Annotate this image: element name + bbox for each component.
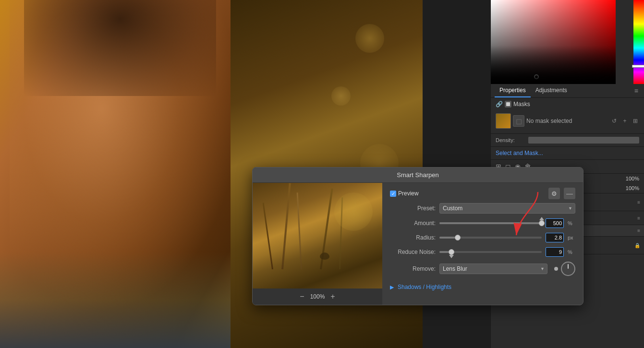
amount-triangle-up [539,217,544,220]
amount-slider-thumb[interactable] [539,220,545,226]
preset-select[interactable]: Default Custom [439,203,575,214]
panel-tabs: Properties Adjustments ≡ [491,84,644,98]
density-row: Density: [491,134,644,147]
preview-checkbox-group: ✓ Preview [390,190,545,197]
remove-row: Remove: Gaussian Blur Lens Blur Motion B… [390,262,575,276]
amount-row: Amount: % [390,218,575,228]
angle-controls [554,262,575,276]
preview-label: Preview [398,190,419,197]
zoom-in-icon[interactable]: + [330,292,335,301]
density-bar[interactable] [528,137,639,144]
color-picker-area[interactable] [491,0,644,84]
reduce-noise-unit: % [568,249,575,255]
tab-adjustments[interactable]: Adjustments [531,84,572,97]
dialog-titlebar: Smart Sharpen [253,168,583,183]
reduce-noise-triangle-down [449,255,454,258]
radius-slider-thumb[interactable] [455,235,461,240]
amount-slider[interactable] [439,222,542,224]
masks-section: 🔗 Masks ◻ No mask selected ↺ + ⊞ [491,98,644,134]
select-mask-button[interactable]: Select and Mask... [496,150,543,156]
reduce-noise-slider-fill [439,251,449,253]
radius-unit: px [568,235,575,240]
no-mask-label: No mask selected [526,118,608,124]
amount-label: Amount: [390,220,436,227]
dialog-preview-panel: − 100% + [253,183,382,305]
color-picker-cursor [534,74,539,79]
svg-rect-0 [506,102,510,106]
panel-expand-icon[interactable]: ≡ [632,84,640,97]
masks-header: 🔗 Masks [496,101,639,108]
radius-label: Radius: [390,234,436,241]
reduce-noise-row: Reduce Noise: % [390,247,575,257]
masks-icon [505,101,511,108]
shadows-highlights-label: Shadows / Highlights [398,284,451,290]
preset-row: Preset: Default Custom [390,203,575,214]
dialog-body: − 100% + ✓ Preview ⚙ — OK Cancel [253,183,583,305]
reduce-noise-input[interactable] [546,247,564,257]
preset-select-wrapper[interactable]: Default Custom [439,203,575,214]
link-icon: 🔗 [496,101,503,108]
mask-action-icons: ↺ + ⊞ [610,117,639,125]
radius-slider[interactable] [439,237,542,239]
mask-refresh-icon[interactable]: ↺ [610,117,618,125]
remove-select-wrapper[interactable]: Gaussian Blur Lens Blur Motion Blur [439,264,547,274]
radius-input[interactable] [546,233,564,242]
select-mask-area: Select and Mask... [491,147,644,160]
reduce-noise-label: Reduce Noise: [390,249,436,255]
masks-icons-row: ◻ No mask selected ↺ + ⊞ [496,111,639,131]
gear-button[interactable]: ⚙ [548,188,560,199]
remove-select[interactable]: Gaussian Blur Lens Blur Motion Blur [439,264,547,274]
mask-add-icon[interactable]: + [621,117,629,125]
shadows-highlights-row[interactable]: ▶ Shadows / Highlights [390,281,575,293]
smart-sharpen-options-icon: ≡ [637,228,640,233]
remove-label: Remove: [390,265,436,272]
density-label: Density: [496,137,524,143]
reduce-noise-slider[interactable] [439,251,542,253]
zoom-out-icon[interactable]: − [300,292,304,301]
radius-row: Radius: px [390,233,575,242]
radius-slider-fill [439,237,455,239]
angle-dot[interactable] [554,267,558,271]
color-gradient-picker[interactable] [491,0,616,84]
background-lock-icon: 🔒 [634,243,640,248]
zoom-value: 100% [310,293,325,300]
shadows-expand-arrow: ▶ [390,284,394,290]
fill-value: 100% [626,185,639,191]
preview-checkbox[interactable]: ✓ [390,191,396,197]
layer1-expand-icon: ≡ [637,200,640,205]
tab-properties[interactable]: Properties [495,84,531,97]
dial-indicator [568,264,569,269]
dialog-title: Smart Sharpen [397,171,438,179]
amount-slider-fill [439,222,542,224]
angle-dial[interactable] [561,262,575,276]
smart-filters-options-icon: ≡ [637,216,640,221]
dialog-controls: ✓ Preview ⚙ — OK Cancel Preset: Default … [382,183,583,305]
mask-icon-placeholder: ◻ [513,115,524,127]
reduce-noise-slider-thumb[interactable] [449,249,454,255]
controls-top-row: ✓ Preview ⚙ — [390,183,575,203]
mask-thumbnail [496,113,511,129]
dash-button[interactable]: — [564,188,575,199]
masks-title: Masks [513,101,530,108]
smart-sharpen-dialog: Smart Sharpen − 100% + [252,167,583,305]
preview-controls: − 100% + [253,288,382,305]
preview-image[interactable] [253,183,382,288]
hue-indicator [632,65,644,68]
hue-bar[interactable] [633,0,644,84]
amount-unit: % [568,220,575,226]
preset-label: Preset: [390,205,436,212]
opacity-value: 100% [626,176,639,181]
mask-settings-icon[interactable]: ⊞ [632,117,639,125]
amount-input[interactable] [546,218,564,228]
